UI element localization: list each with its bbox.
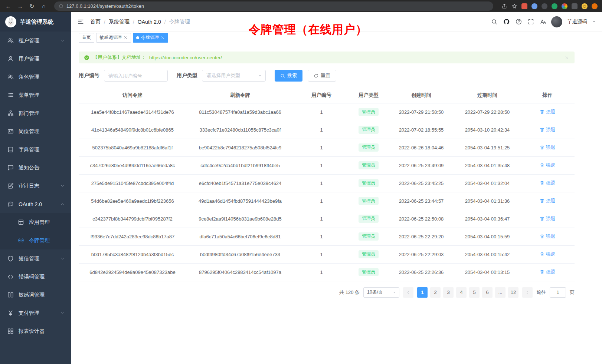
bookmark-icon[interactable] <box>511 3 517 9</box>
force-logout-button[interactable]: 强退 <box>540 233 556 240</box>
back-button[interactable]: ← <box>4 0 12 12</box>
page-6-button[interactable]: 6 <box>482 287 493 298</box>
ext-multi-icon[interactable] <box>562 3 567 9</box>
pagination: 共 120 条 10条/页 123456...12 前往 页 <box>79 287 575 305</box>
ext-blue-icon[interactable] <box>531 3 537 9</box>
sidebar-item-pay[interactable]: 支付管理 <box>0 304 71 322</box>
force-logout-label: 强退 <box>546 215 556 222</box>
reload-button[interactable]: ↻ <box>28 0 36 12</box>
question-icon[interactable] <box>516 19 522 25</box>
user-type-cell: 管理员 <box>349 139 388 156</box>
delete-icon <box>540 109 544 114</box>
page-3-button[interactable]: 3 <box>443 287 454 298</box>
force-logout-button[interactable]: 强退 <box>540 109 556 115</box>
tab-home[interactable]: 首页 <box>79 33 94 43</box>
sidebar-item-role[interactable]: 角色管理 <box>0 68 71 86</box>
breadcrumb-item[interactable]: 系统管理 <box>109 19 130 25</box>
share-icon[interactable] <box>501 3 507 9</box>
sidebar-item-sms[interactable]: 短信管理 <box>0 249 71 268</box>
force-logout-button[interactable]: 强退 <box>540 251 556 258</box>
column-header: 用户编号 <box>294 87 349 103</box>
force-logout-button[interactable]: 强退 <box>540 180 556 186</box>
breadcrumb-item[interactable]: 首页 <box>90 19 101 25</box>
created-time-cell: 2022-06-25 23:44:57 <box>388 192 454 210</box>
prev-page-button[interactable] <box>403 287 413 298</box>
force-logout-label: 强退 <box>546 180 556 186</box>
user-id-cell: 1 <box>294 121 349 139</box>
sidebar-item-audit[interactable]: 审计日志 <box>0 177 71 195</box>
page-1-button[interactable]: 1 <box>417 287 428 298</box>
alert-close-icon[interactable] <box>565 55 569 60</box>
sidebar-item-post[interactable]: 岗位管理 <box>0 122 71 140</box>
force-logout-button[interactable]: 强退 <box>540 162 556 169</box>
book-icon <box>7 146 14 153</box>
breadcrumb-item[interactable]: OAuth 2.0 <box>138 19 161 25</box>
page-2-button[interactable]: 2 <box>430 287 441 298</box>
user-type-cell: 管理员 <box>349 121 388 139</box>
user-menu-caret-icon[interactable] <box>592 20 596 24</box>
more-pages-button[interactable]: ... <box>495 287 506 298</box>
user-type-select[interactable]: 请选择用户类型 <box>202 70 266 82</box>
user-name[interactable]: 芋道源码 <box>567 19 587 25</box>
force-logout-button[interactable]: 强退 <box>540 126 556 133</box>
search-icon[interactable] <box>491 19 497 25</box>
page-5-button[interactable]: 5 <box>469 287 480 298</box>
sidebar-item-token[interactable]: 令牌管理 <box>0 231 71 249</box>
search-button-label: 搜索 <box>287 72 297 79</box>
user-avatar[interactable] <box>551 16 562 27</box>
collapse-sidebar-icon[interactable] <box>77 18 84 25</box>
page-12-button[interactable]: 12 <box>508 287 518 298</box>
page-size-select[interactable]: 10条/页 <box>363 287 399 298</box>
force-logout-button[interactable]: 强退 <box>540 144 556 151</box>
tab-close-icon[interactable] <box>124 36 128 40</box>
sidebar-item-dict[interactable]: 字典管理 <box>0 140 71 159</box>
search-button[interactable]: 搜索 <box>275 70 302 82</box>
goto-page-input[interactable] <box>550 287 566 298</box>
delete-icon <box>540 252 544 257</box>
font-size-icon[interactable] <box>540 19 546 25</box>
force-logout-button[interactable]: 强退 <box>540 215 556 222</box>
doc-link[interactable]: https://doc.iocoder.cn/user-center/ <box>149 55 222 60</box>
profile-avatar-icon[interactable]: ☺ <box>582 3 588 9</box>
sidebar-item-user[interactable]: 用户管理 <box>0 50 71 68</box>
user-id-input[interactable] <box>104 70 168 82</box>
sidebar-item-tenant[interactable]: 租户管理 <box>0 32 71 50</box>
user-id-cell: 1 <box>294 103 349 121</box>
url-bar[interactable]: 127.0.0.1:1024/system/oauth2/token <box>54 1 493 11</box>
ext-square-icon[interactable] <box>572 3 578 9</box>
sidebar-item-errcode[interactable]: 错误码管理 <box>0 268 71 286</box>
reset-button[interactable]: 重置 <box>308 70 336 82</box>
sidebar-item-sensitive[interactable]: 敏感词管理 <box>0 286 71 304</box>
column-header: 操作 <box>520 87 575 103</box>
site-info-icon[interactable] <box>59 4 63 9</box>
sidebar-item-menu[interactable]: 菜单管理 <box>0 86 71 104</box>
ext-red-icon[interactable] <box>521 3 527 9</box>
sidebar-item-report[interactable]: 报表设计器 <box>0 322 71 340</box>
force-logout-button[interactable]: 强退 <box>540 198 556 204</box>
logo[interactable]: 芋道管理系统 <box>0 12 71 32</box>
force-logout-label: 强退 <box>546 269 556 275</box>
chevron-left-icon <box>406 290 410 295</box>
menu-icon[interactable] <box>592 3 598 9</box>
tab-sensitive-word[interactable]: 敏感词管理 <box>96 33 131 43</box>
ext-dark-icon[interactable] <box>542 3 547 9</box>
user-id-cell: 1 <box>294 245 349 263</box>
next-page-button[interactable] <box>522 287 533 298</box>
ext-green-icon[interactable] <box>552 3 557 9</box>
forward-button[interactable]: → <box>16 0 24 12</box>
github-icon[interactable] <box>503 19 510 25</box>
page-4-button[interactable]: 4 <box>456 287 467 298</box>
browser-nav: ←→↻⌂ <box>4 0 48 12</box>
force-logout-button[interactable]: 强退 <box>540 269 556 275</box>
active-tab-dot <box>136 36 139 39</box>
sidebar-item-dept[interactable]: 部门管理 <box>0 104 71 122</box>
sidebar-item-app[interactable]: 应用管理 <box>0 213 71 231</box>
home-button[interactable]: ⌂ <box>40 0 48 12</box>
tab-close-icon[interactable] <box>161 36 165 40</box>
expire-time-cell: 2054-03-04 00:36:47 <box>454 210 520 228</box>
sidebar-item-oauth2[interactable]: OAuth 2.0 <box>0 195 71 213</box>
tab-token[interactable]: 令牌管理 <box>133 33 168 43</box>
sidebar-item-notice[interactable]: 通知公告 <box>0 159 71 177</box>
fullscreen-icon[interactable] <box>528 19 534 25</box>
user-id-cell: 1 <box>294 192 349 210</box>
